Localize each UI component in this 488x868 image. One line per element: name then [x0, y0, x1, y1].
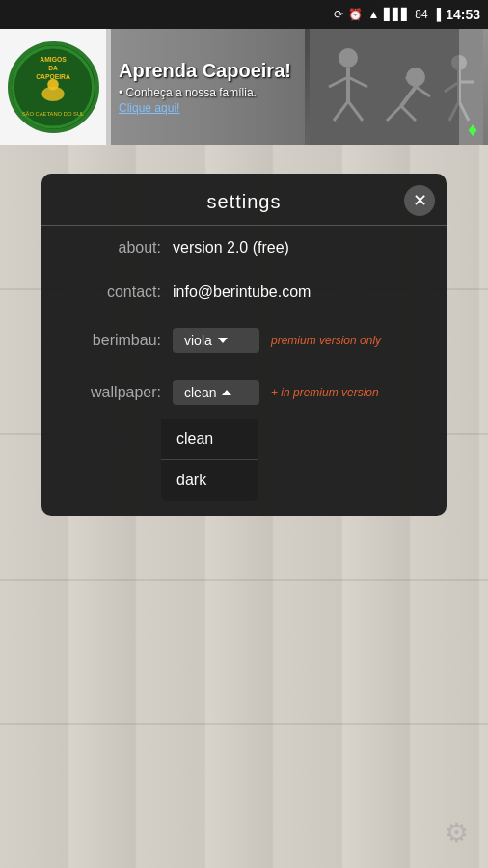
svg-text:DA: DA [48, 65, 58, 71]
alarm-icon: ⏰ [348, 8, 363, 21]
settings-overlay: settings ✕ about: version 2.0 (free) con… [0, 145, 488, 868]
ad-banner: AMIGOS DA CAPOEIRA SÃO CAETANO DO SUL Ap… [0, 29, 488, 145]
settings-close-button[interactable]: ✕ [404, 185, 435, 216]
status-bar: ⟳ ⏰ ▲ ▋▋▋ 84 ▐ 14:53 [0, 0, 488, 29]
ad-title: Aprenda Capoeira! [119, 60, 451, 82]
berimbau-dropdown-arrow [218, 338, 228, 343]
contact-label: contact: [65, 284, 161, 301]
about-value: version 2.0 (free) [173, 239, 289, 257]
ad-logo-circle: AMIGOS DA CAPOEIRA SÃO CAETANO DO SUL [8, 41, 99, 133]
dropdown-item-clean[interactable]: clean [161, 419, 258, 460]
settings-title: settings [207, 191, 282, 212]
settings-contact-row: contact: info@berintube.com [41, 270, 447, 314]
status-time: 14:53 [446, 7, 480, 22]
wallpaper-dropdown-menu: clean dark [161, 419, 258, 501]
wallpaper-label: wallpaper: [65, 384, 161, 401]
wifi-icon: ▲ [367, 8, 379, 21]
berimbau-premium-note: premium version only [271, 334, 381, 347]
berimbau-label: berimbau: [65, 332, 161, 349]
settings-berimbau-row: berimbau: viola premium version only [41, 314, 447, 366]
wallpaper-premium-note: + in premium version [271, 386, 379, 399]
dropdown-item-dark[interactable]: dark [161, 460, 258, 501]
wallpaper-dropdown[interactable]: clean [173, 380, 259, 405]
svg-point-5 [47, 78, 59, 90]
rotate-icon: ⟳ [334, 8, 343, 21]
ad-content[interactable]: Aprenda Capoeira! • Conheça a nossa famí… [111, 29, 459, 145]
ad-link[interactable]: Clique aqui! [119, 101, 451, 115]
ad-logo: AMIGOS DA CAPOEIRA SÃO CAETANO DO SUL [0, 29, 106, 145]
status-icons: ⟳ ⏰ ▲ ▋▋▋ 84 ▐ 14:53 [334, 7, 480, 22]
battery-level: 84 [415, 8, 427, 21]
wallpaper-dropdown-value: clean [184, 385, 216, 400]
settings-about-row: about: version 2.0 (free) [41, 226, 447, 270]
settings-title-bar: settings [41, 174, 447, 226]
berimbau-dropdown[interactable]: viola [173, 328, 259, 353]
wallpaper-dropdown-arrow [222, 390, 231, 395]
berimbau-dropdown-value: viola [184, 333, 212, 348]
svg-text:SÃO CAETANO DO SUL: SÃO CAETANO DO SUL [22, 110, 85, 116]
about-label: about: [65, 239, 161, 257]
contact-value: info@berintube.com [173, 284, 311, 301]
svg-text:AMIGOS: AMIGOS [40, 56, 67, 63]
settings-wallpaper-row: wallpaper: clean + in premium version [41, 366, 447, 419]
ad-subtitle: • Conheça a nossa família. [119, 86, 451, 99]
ad-close-button[interactable]: ♦ [461, 118, 484, 141]
battery-icon: ▐ [433, 8, 442, 21]
settings-dialog: settings ✕ about: version 2.0 (free) con… [41, 174, 447, 516]
svg-text:CAPOEIRA: CAPOEIRA [36, 72, 70, 79]
signal-icon: ▋▋▋ [384, 8, 410, 21]
